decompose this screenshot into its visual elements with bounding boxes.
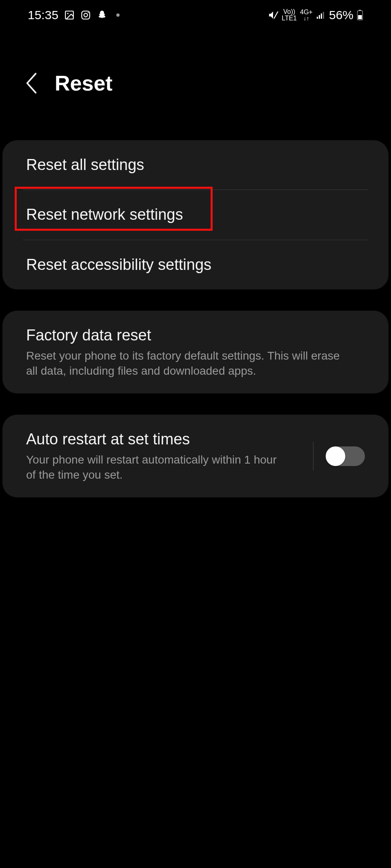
factory-reset-group: Factory data reset Reset your phone to i…: [2, 311, 389, 393]
status-time: 15:35: [28, 8, 58, 22]
auto-restart-row[interactable]: Auto restart at set times Your phone wil…: [2, 415, 389, 497]
instagram-icon: [80, 10, 91, 20]
factory-data-reset-row[interactable]: Factory data reset Reset your phone to i…: [2, 311, 389, 393]
volte-icon: Vo)) LTE1: [282, 9, 297, 22]
snapchat-icon: [97, 10, 107, 20]
toggle-knob: [326, 446, 345, 466]
reset-accessibility-settings-row[interactable]: Reset accessibility settings: [2, 240, 389, 289]
battery-percent: 56%: [329, 8, 353, 22]
more-notifications-icon: [116, 13, 120, 17]
svg-rect-12: [358, 15, 362, 19]
status-bar: 15:35: [0, 0, 391, 30]
status-right: Vo)) LTE1 4G+ ↓↑ 56%: [268, 8, 363, 22]
auto-restart-group: Auto restart at set times Your phone wil…: [2, 415, 389, 497]
svg-rect-7: [319, 15, 320, 19]
svg-rect-8: [321, 13, 322, 19]
battery-icon: [357, 10, 363, 20]
data-network-icon: 4G+ ↓↑: [300, 9, 313, 21]
row-title: Reset accessibility settings: [26, 255, 365, 275]
gallery-icon: [64, 10, 75, 20]
reset-network-settings-row[interactable]: Reset network settings: [2, 190, 389, 239]
reset-all-settings-row[interactable]: Reset all settings: [2, 140, 389, 190]
row-text: Auto restart at set times Your phone wil…: [26, 429, 301, 483]
svg-line-5: [274, 11, 278, 18]
status-left: 15:35: [28, 8, 120, 22]
svg-rect-6: [317, 17, 318, 19]
svg-point-4: [88, 12, 89, 13]
reset-options-group: Reset all settings Reset network setting…: [2, 140, 389, 289]
page-title: Reset: [55, 71, 113, 95]
svg-point-3: [84, 13, 88, 17]
svg-rect-9: [323, 12, 324, 19]
signal-icon: [316, 10, 326, 20]
svg-point-1: [67, 13, 69, 14]
row-title: Auto restart at set times: [26, 429, 301, 449]
back-button[interactable]: [24, 73, 38, 94]
row-subtitle: Your phone will restart automatically wi…: [26, 452, 287, 483]
row-subtitle: Reset your phone to its factory default …: [26, 348, 353, 379]
row-title: Reset all settings: [26, 155, 365, 175]
toggle-divider: [313, 442, 313, 470]
chevron-left-icon: [24, 73, 38, 94]
page-header: Reset: [0, 71, 391, 95]
row-title: Factory data reset: [26, 325, 365, 345]
mute-icon: [268, 10, 278, 20]
auto-restart-toggle[interactable]: [326, 446, 365, 466]
toggle-container: [313, 442, 365, 470]
row-title: Reset network settings: [26, 205, 365, 225]
